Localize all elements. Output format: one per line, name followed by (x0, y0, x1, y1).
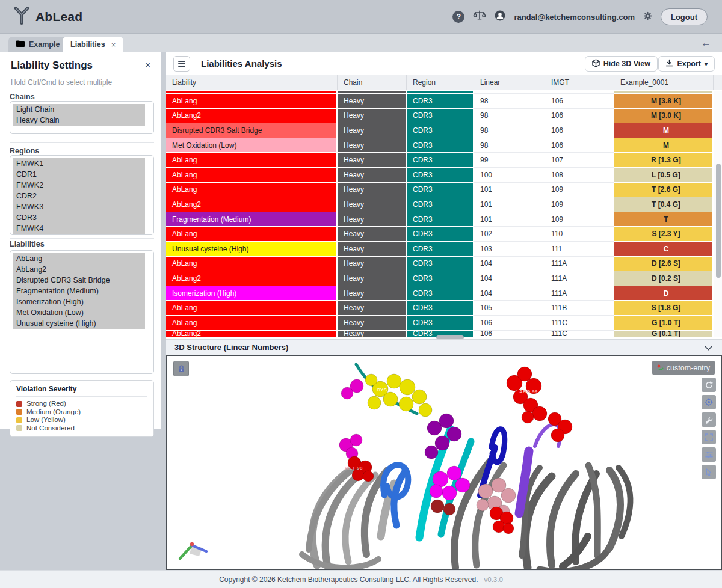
menu-button[interactable] (173, 56, 190, 72)
liabilities-table: AbLangHeavyCDR398106M [3.8 K]AbLang2Heav… (166, 91, 722, 337)
fullscreen-button[interactable] (702, 430, 716, 444)
structure-viewer: CYS 103 ARG 99 MET 98 custom-entry (166, 355, 722, 570)
imgt-cell: 111C (545, 331, 614, 337)
column-header-chain[interactable]: Chain (338, 75, 407, 90)
region-option[interactable]: CDR1 (13, 169, 145, 180)
entry-marker-icon (657, 364, 664, 371)
chains-label: Chains (10, 93, 35, 101)
logout-button[interactable]: Logout (661, 8, 708, 25)
severity-label: Low (Yellow) (26, 416, 66, 424)
sidebar-close-icon[interactable]: × (145, 60, 150, 70)
table-row[interactable]: AbLangHeavyCDR3101109T [2.6 G] (166, 183, 714, 198)
chain-option[interactable]: Heavy Chain (13, 115, 145, 126)
example-cell: S [2.3 Y] (614, 227, 713, 242)
column-header-imgt[interactable]: IMGT (545, 75, 614, 90)
region-cell: CDR3 (407, 123, 474, 138)
help-icon[interactable]: ? (452, 11, 464, 23)
region-option[interactable]: FMWK4 (13, 223, 145, 234)
tab-liabilities[interactable]: Liabilities × (63, 37, 123, 52)
sidebar-hint: Hold Ctrl/Cmd to select multiple (11, 78, 112, 87)
table-row[interactable]: Isomerization (High)HeavyCDR3104111AD (166, 286, 714, 301)
imgt-cell: 111B (545, 301, 614, 316)
region-option[interactable]: FMWK1 (13, 158, 145, 169)
region-cell: CDR3 (407, 138, 474, 153)
column-header-liability[interactable]: Liability (166, 75, 338, 90)
gear-icon[interactable] (643, 11, 652, 23)
linear-cell: 102 (474, 227, 545, 242)
entry-chip[interactable]: custom-entry (652, 361, 715, 375)
severity-label: Not Considered (26, 424, 75, 433)
liability-option[interactable]: Isomerization (High) (13, 296, 145, 307)
regions-listbox[interactable]: FMWK1CDR1FMWK2CDR2FMWK3CDR3FMWK4 (10, 155, 154, 235)
tools-button[interactable] (702, 412, 716, 427)
liability-cell: AbLang (166, 227, 338, 242)
column-header-region[interactable]: Region (407, 75, 474, 90)
liability-option[interactable]: AbLang2 (13, 264, 145, 275)
reset-orbit-button[interactable] (702, 378, 716, 392)
table-row[interactable]: AbLang2HeavyCDR3104111AD [0.2 S] (166, 271, 714, 286)
antibody-logo-icon (13, 6, 30, 28)
protein-structure[interactable] (167, 356, 721, 569)
hide-3d-view-button[interactable]: Hide 3D View (585, 56, 658, 72)
chain-cell: Heavy (338, 123, 407, 138)
table-row[interactable]: AbLangHeavyCDR3100108L [0.5 G] (166, 168, 714, 183)
linear-cell: 99 (474, 153, 545, 168)
balance-icon[interactable] (473, 10, 486, 24)
region-cell: CDR3 (407, 212, 474, 227)
table-row[interactable]: AbLangHeavyCDR3105111BS [1.8 G] (166, 301, 714, 316)
center-target-button[interactable] (702, 395, 716, 409)
chain-cell: Heavy (338, 212, 407, 227)
collapse-panel-arrow-icon[interactable]: ← (701, 37, 711, 49)
imgt-cell: 111C (545, 316, 614, 331)
table-row[interactable]: Fragmentation (Medium)HeavyCDR3101109T (166, 212, 714, 227)
example-cell: D (614, 286, 713, 301)
example-cell: G [0.1 T] (614, 331, 713, 337)
table-row[interactable]: AbLangHeavyCDR399107R [1.3 G] (166, 153, 714, 168)
region-option[interactable]: FMWK2 (13, 180, 145, 191)
liability-option[interactable]: Fragmentation (Medium) (13, 286, 145, 296)
table-row[interactable]: Met Oxidation (Low)HeavyCDR398106M (166, 138, 714, 153)
region-option[interactable]: CDR2 (13, 191, 145, 201)
chains-listbox[interactable]: Light ChainHeavy Chain (10, 101, 154, 134)
liability-option[interactable]: Met Oxidation (Low) (13, 307, 145, 318)
linear-cell: 105 (474, 301, 545, 316)
structure-collapse-bar[interactable]: 3D Structure (Linear Numbers) (166, 339, 722, 355)
viewer-lock-button[interactable] (173, 361, 189, 376)
table-row[interactable]: AbLangHeavyCDR3104111AD [2.6 S] (166, 257, 714, 272)
column-header-linear[interactable]: Linear (474, 75, 545, 90)
severity-swatch (16, 425, 22, 431)
table-row[interactable]: Disrupted CDR3 Salt BridgeHeavyCDR398106… (166, 123, 714, 138)
export-button[interactable]: Export ▾ (658, 56, 715, 72)
sliders-icon (705, 451, 713, 459)
liability-cell: AbLang (166, 301, 338, 316)
region-option[interactable]: FMWK3 (13, 201, 145, 212)
liability-option[interactable]: Disrupted CDR3 Salt Bridge (13, 275, 145, 286)
chain-cell: Heavy (338, 301, 407, 316)
axes-gizmo[interactable] (175, 538, 209, 565)
liability-option[interactable]: AbLang (13, 253, 145, 264)
table-row[interactable]: AbLangHeavyCDR3106111CG [1.0 T] (166, 316, 714, 331)
severity-label: Strong (Red) (26, 400, 66, 408)
table-vertical-scrollbar[interactable] (714, 91, 722, 337)
chevron-down-icon (705, 342, 712, 353)
table-row[interactable]: AbLangHeavyCDR3102110S [2.3 Y] (166, 227, 714, 242)
table-row[interactable]: Unusual cysteine (High)HeavyCDR3103111C (166, 242, 714, 257)
sidebar-title: Liability Settings (11, 60, 93, 72)
tab-example[interactable]: Example (8, 37, 67, 52)
scrollbar-thumb[interactable] (716, 164, 721, 278)
example-cell: T [2.6 G] (614, 183, 713, 198)
region-option[interactable]: CDR3 (13, 212, 145, 223)
linear-cell: 104 (474, 286, 545, 301)
tab-close-icon[interactable]: × (111, 40, 116, 49)
table-row[interactable]: AbLangHeavyCDR398106M [3.8 K] (166, 94, 714, 109)
table-row[interactable]: AbLang2HeavyCDR398106M [3.0 K] (166, 109, 714, 124)
liability-option[interactable]: Unusual cysteine (High) (13, 318, 145, 329)
table-row[interactable]: AbLang2HeavyCDR3101109T [0.4 G] (166, 197, 714, 212)
copyright-text: Copyright © 2026 Ketchem Biotherapeutics… (219, 575, 478, 584)
settings-sliders-button[interactable] (702, 447, 716, 462)
cursor-mode-button[interactable] (702, 465, 716, 479)
chain-option[interactable]: Light Chain (13, 104, 145, 115)
column-header-example_0001[interactable]: Example_0001 (614, 75, 714, 90)
table-header-row: LiabilityChainRegionLinearIMGTExample_00… (166, 75, 722, 90)
liabilities-listbox[interactable]: AbLangAbLang2Disrupted CDR3 Salt BridgeF… (10, 250, 154, 374)
